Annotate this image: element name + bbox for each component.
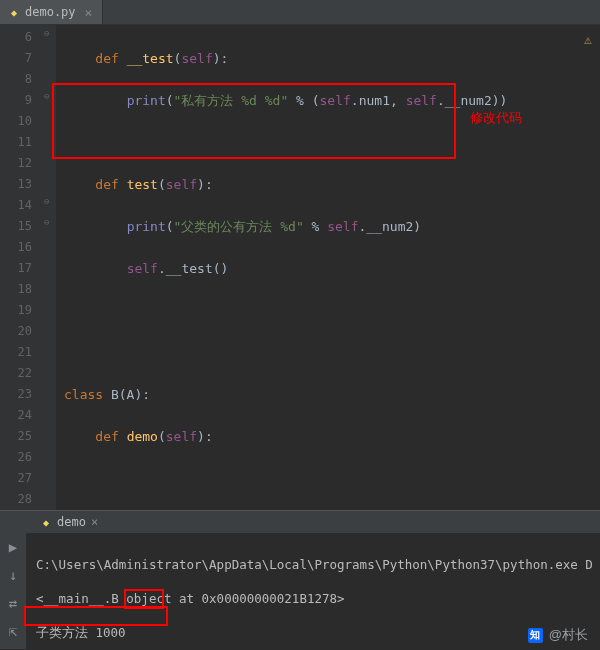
code-editor[interactable]: 6789101112131415161718192021222324252627… bbox=[0, 25, 600, 511]
run-tab-bar: ◆ demo × bbox=[0, 511, 600, 533]
code-area[interactable]: def __test(self): print("私有方法 %d %d" % (… bbox=[56, 25, 600, 511]
export-icon[interactable]: ⇱ bbox=[9, 623, 17, 639]
python-run-icon: ◆ bbox=[40, 516, 52, 528]
fold-column: ⊖ ⊖ ⊖ ⊖ bbox=[42, 25, 56, 511]
editor-tab-bar: ◆ demo.py × bbox=[0, 0, 600, 25]
line-number-gutter: 6789101112131415161718192021222324252627… bbox=[0, 25, 42, 511]
annotation-label: 修改代码 bbox=[470, 107, 522, 128]
run-toolbar: ▶ ↓ ⇄ ⇱ bbox=[0, 533, 26, 649]
output-line: C:\Users\Administrator\AppData\Local\Pro… bbox=[36, 556, 600, 573]
fold-marker-icon[interactable]: ⊖ bbox=[44, 28, 49, 38]
file-tab-demo[interactable]: ◆ demo.py × bbox=[0, 0, 103, 24]
close-run-tab-icon[interactable]: × bbox=[91, 515, 98, 529]
console-output[interactable]: C:\Users\Administrator\AppData\Local\Pro… bbox=[26, 533, 600, 649]
zhihu-logo-icon: 知 bbox=[528, 628, 543, 643]
run-tab-name: demo bbox=[57, 515, 86, 529]
python-file-icon: ◆ bbox=[8, 6, 20, 18]
stop-down-icon[interactable]: ↓ bbox=[9, 567, 17, 583]
run-panel: ◆ demo × ▶ ↓ ⇄ ⇱ C:\Users\Administrator\… bbox=[0, 510, 600, 650]
filter-icon[interactable]: ⇄ bbox=[9, 595, 17, 611]
highlight-box-output2 bbox=[24, 606, 168, 626]
watermark-text: @村长 bbox=[549, 626, 588, 644]
watermark: 知 @村长 bbox=[528, 626, 588, 644]
rerun-icon[interactable]: ▶ bbox=[9, 539, 17, 555]
output-line: 子类方法 1000 bbox=[36, 624, 600, 641]
run-config-tab[interactable]: ◆ demo × bbox=[32, 511, 106, 533]
output-line: <__main__.B object at 0x00000000021B1278… bbox=[36, 590, 600, 607]
warning-icon[interactable]: ⚠ bbox=[584, 29, 592, 50]
tab-filename: demo.py bbox=[25, 5, 76, 19]
fold-marker-icon[interactable]: ⊖ bbox=[44, 217, 49, 227]
close-tab-icon[interactable]: × bbox=[85, 5, 93, 20]
fold-marker-icon[interactable]: ⊖ bbox=[44, 196, 49, 206]
fold-marker-icon[interactable]: ⊖ bbox=[44, 91, 49, 101]
